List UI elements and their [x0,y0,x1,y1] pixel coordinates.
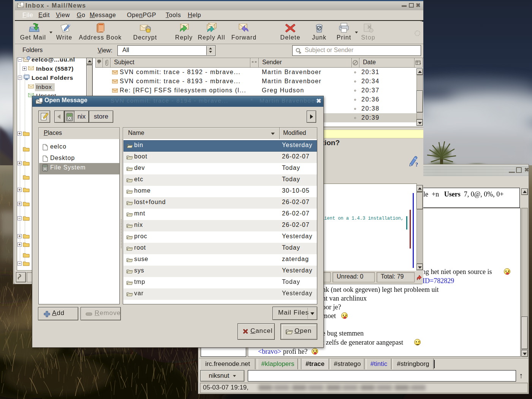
svg-text:?: ? [415,162,418,167]
